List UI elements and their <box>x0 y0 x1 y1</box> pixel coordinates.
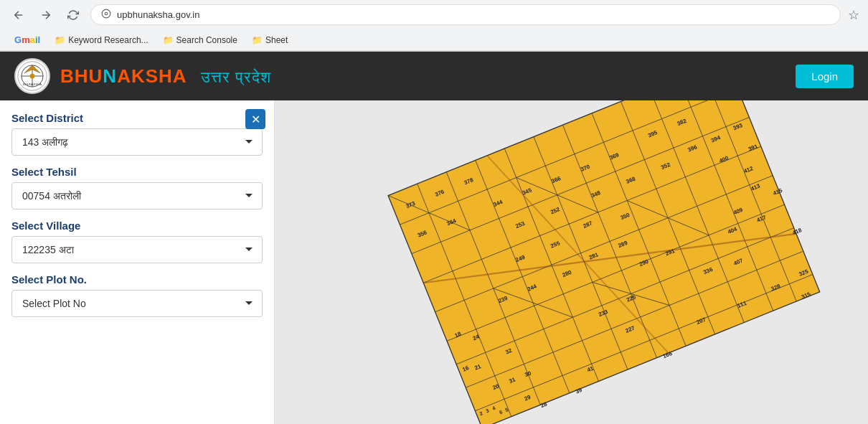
bookmark-button[interactable]: ☆ <box>848 7 859 23</box>
brand-n: N <box>103 65 117 87</box>
main-content: ✕ Select District 143 अलीगढ़ Select Tehs… <box>0 100 868 424</box>
brand-bhu: BHU <box>60 65 103 87</box>
close-sidebar-button[interactable]: ✕ <box>245 109 265 129</box>
browser-toolbar: upbhunaksha.gov.in ☆ <box>0 0 868 29</box>
svg-point-0 <box>102 9 110 18</box>
district-group: Select District 143 अलीगढ़ <box>11 112 263 156</box>
bookmark-gmail[interactable]: Gmail <box>9 32 46 47</box>
logo: BHUNAKSHA <box>14 58 50 94</box>
brand-hindi: उत्तर प्रदेश <box>201 68 271 86</box>
bookmarks-bar: Gmail 📁 Keyword Research... 📁 Search Con… <box>0 29 868 51</box>
sidebar: ✕ Select District 143 अलीगढ़ Select Tehs… <box>0 100 275 424</box>
bookmark-keyword-label: Keyword Research... <box>68 35 148 45</box>
folder-icon: 📁 <box>55 35 65 45</box>
tehsil-group: Select Tehsil 00754 अतरोली <box>11 166 263 209</box>
brand-title: BHUNAKSHA उत्तर प्रदेश <box>60 65 271 88</box>
village-label: Select Village <box>11 220 263 232</box>
app-header: BHUNAKSHA BHUNAKSHA उत्तर प्रदेश Login <box>0 52 868 100</box>
village-select[interactable]: 122235 अटा <box>11 236 263 263</box>
back-button[interactable] <box>9 5 29 25</box>
map-area[interactable]: 373 376 378 356 364 344 345 366 370 369 … <box>275 100 868 424</box>
brand-aksha: AKSHA <box>117 65 186 87</box>
browser-chrome: upbhunaksha.gov.in ☆ Gmail 📁 Keyword Res… <box>0 0 868 52</box>
gmail-icon: Gmail <box>14 34 40 45</box>
map-canvas: 373 376 378 356 364 344 345 366 370 369 … <box>275 100 868 424</box>
bookmark-search-console[interactable]: 📁 Search Console <box>157 33 243 47</box>
address-bar[interactable]: upbhunaksha.gov.in <box>90 4 841 25</box>
forward-button[interactable] <box>36 5 56 25</box>
district-select[interactable]: 143 अलीगढ़ <box>11 128 263 156</box>
village-group: Select Village 122235 अटा <box>11 220 263 263</box>
reload-button[interactable] <box>63 5 83 25</box>
bookmark-keyword-research[interactable]: 📁 Keyword Research... <box>49 33 154 47</box>
plot-select[interactable]: Select Plot No <box>11 290 263 317</box>
app-container: BHUNAKSHA BHUNAKSHA उत्तर प्रदेश Login ✕… <box>0 52 868 424</box>
svg-point-6 <box>30 74 35 79</box>
folder-icon-3: 📁 <box>252 35 263 45</box>
bookmark-sheet-label: Sheet <box>265 35 288 45</box>
bookmark-sheet[interactable]: 📁 Sheet <box>246 33 293 47</box>
svg-point-1 <box>105 12 108 15</box>
tehsil-label: Select Tehsil <box>11 166 263 178</box>
bookmark-search-label: Search Console <box>176 35 237 45</box>
cadastral-map: 373 376 378 356 364 344 345 366 370 369 … <box>275 100 868 424</box>
svg-text:BHUNAKSHA: BHUNAKSHA <box>23 83 42 86</box>
tehsil-select[interactable]: 00754 अतरोली <box>11 182 263 209</box>
district-label: Select District <box>11 112 263 124</box>
plot-group: Select Plot No. Select Plot No <box>11 273 263 317</box>
url-text: upbhunaksha.gov.in <box>117 9 830 20</box>
plot-label: Select Plot No. <box>11 273 263 286</box>
folder-icon-2: 📁 <box>163 35 174 45</box>
site-info-icon <box>101 9 111 21</box>
login-button[interactable]: Login <box>796 65 854 88</box>
